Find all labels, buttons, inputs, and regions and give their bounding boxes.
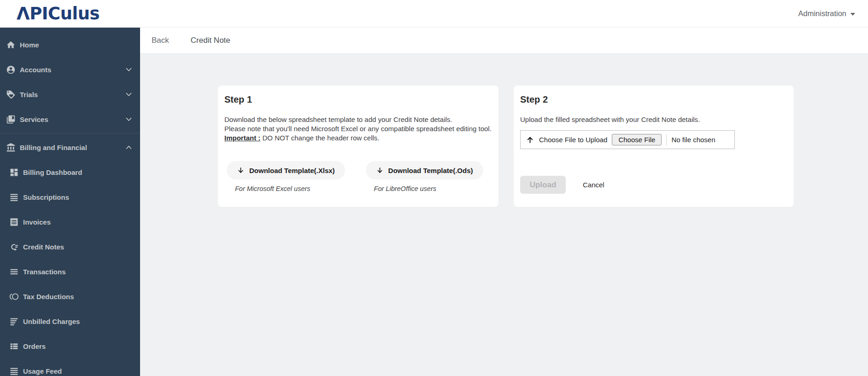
administration-menu[interactable]: Administration <box>798 9 858 18</box>
chevron-down-icon <box>125 91 133 98</box>
sidebar-item-label: Invoices <box>23 218 51 226</box>
important-text: DO NOT change the header row cells. <box>260 134 379 142</box>
sidebar-item-billing-dashboard[interactable]: Billing Dashboard <box>0 160 140 185</box>
chevron-down-icon <box>125 116 133 123</box>
sidebar-item-label: Subscriptions <box>23 193 69 201</box>
step1-line1: Download the below spreadsheet template … <box>224 115 492 124</box>
transactions-icon <box>9 267 19 277</box>
chevron-down-icon <box>125 66 133 74</box>
tax-deductions-icon <box>9 292 19 301</box>
step1-instructions: Download the below spreadsheet template … <box>224 115 492 143</box>
ods-caption: For LibreOffice users <box>366 185 483 192</box>
bank-icon <box>6 143 16 152</box>
page-title: Credit Note <box>191 36 230 45</box>
sidebar-item-label: Usage Feed <box>23 367 62 375</box>
download-arrow-icon <box>376 167 384 174</box>
download-buttons-row: Download Template(.Xlsx) For Microsoft E… <box>224 161 492 192</box>
accounts-icon <box>6 65 16 75</box>
choose-file-button[interactable]: Choose File <box>612 134 662 145</box>
step2-actions: Upload Cancel <box>520 176 787 194</box>
upload-button[interactable]: Upload <box>520 176 566 194</box>
step1-card: Step 1 Download the below spreadsheet te… <box>218 86 499 207</box>
dashboard-icon <box>9 168 19 177</box>
step1-important-line: Important : DO NOT change the header row… <box>224 133 492 143</box>
sidebar-item-label: Billing and Financial <box>20 144 87 151</box>
administration-menu-label: Administration <box>798 9 846 18</box>
sidebar-item-credit-notes[interactable]: Credit Notes <box>0 234 140 259</box>
upload-arrow-icon <box>526 135 534 144</box>
step1-line2: Please note that you'll need Microsoft E… <box>224 124 492 133</box>
file-upload-box[interactable]: Choose File to Upload Choose File No fil… <box>520 130 735 149</box>
xlsx-download-group: Download Template(.Xlsx) For Microsoft E… <box>227 161 345 192</box>
ods-download-group: Download Template(.Ods) For LibreOffice … <box>366 161 483 192</box>
sidebar-item-billing-financial[interactable]: Billing and Financial <box>0 135 140 160</box>
step2-title: Step 2 <box>520 94 787 105</box>
services-icon <box>6 115 16 124</box>
important-label: Important : <box>224 134 260 142</box>
subscriptions-icon <box>9 192 19 202</box>
orders-table-icon <box>9 341 19 351</box>
cancel-button[interactable]: Cancel <box>580 180 607 189</box>
sidebar-item-label: Accounts <box>20 66 51 74</box>
sidebar-item-invoices[interactable]: Invoices <box>0 209 140 234</box>
sidebar-item-trials[interactable]: Trials <box>0 82 140 107</box>
step2-instructions: Upload the filled spreadsheet with your … <box>520 115 787 124</box>
credit-note-icon <box>9 242 19 252</box>
sidebar-item-label: Services <box>20 116 48 123</box>
sidebar-item-services[interactable]: Services <box>0 107 140 132</box>
chevron-up-icon <box>125 144 133 151</box>
unbilled-charges-icon <box>9 317 19 326</box>
sidebar-item-orders[interactable]: Orders <box>0 334 140 359</box>
main-area: Back Credit Note Step 1 Download the bel… <box>140 28 868 376</box>
upload-label: Choose File to Upload <box>539 136 607 144</box>
download-template-xlsx-label: Download Template(.Xlsx) <box>249 167 335 174</box>
xlsx-caption: For Microsoft Excel users <box>227 185 345 192</box>
top-bar: ΛPICulus Administration <box>0 0 868 28</box>
sidebar-item-usage-feed[interactable]: Usage Feed <box>0 359 140 376</box>
page-header: Back Credit Note <box>140 28 868 54</box>
file-status-text: No file chosen <box>671 136 715 144</box>
sidebar-item-subscriptions[interactable]: Subscriptions <box>0 185 140 209</box>
sidebar-item-tax-deductions[interactable]: Tax Deductions <box>0 284 140 309</box>
step2-line1: Upload the filled spreadsheet with your … <box>520 115 787 124</box>
content-area: Step 1 Download the below spreadsheet te… <box>140 54 868 207</box>
sidebar-item-label: Unbilled Charges <box>23 318 80 325</box>
file-separator <box>666 134 667 145</box>
sidebar-item-accounts[interactable]: Accounts <box>0 57 140 82</box>
sidebar-nav: HomeAccountsTrialsServicesBilling and Fi… <box>0 28 140 376</box>
sidebar-item-home[interactable]: Home <box>0 32 140 57</box>
sidebar-item-label: Tax Deductions <box>23 293 74 301</box>
sidebar-divider <box>0 133 140 133</box>
receipt-icon <box>9 217 19 227</box>
trials-tag-icon <box>6 90 16 99</box>
sidebar-item-label: Trials <box>20 91 38 98</box>
download-template-ods-label: Download Template(.Ods) <box>388 167 473 174</box>
sidebar-item-label: Orders <box>23 342 46 350</box>
sidebar-item-transactions[interactable]: Transactions <box>0 259 140 284</box>
download-template-ods-button[interactable]: Download Template(.Ods) <box>366 161 483 179</box>
download-template-xlsx-button[interactable]: Download Template(.Xlsx) <box>227 161 345 179</box>
apiculus-logo: ΛPICulus <box>17 5 100 22</box>
sidebar-item-label: Transactions <box>23 268 66 276</box>
usage-feed-icon <box>9 366 19 376</box>
sidebar-item-label: Home <box>20 41 39 49</box>
sidebar-item-label: Credit Notes <box>23 243 64 251</box>
caret-down-icon <box>850 13 855 16</box>
home-icon <box>6 40 16 50</box>
sidebar-item-unbilled-charges[interactable]: Unbilled Charges <box>0 309 140 334</box>
download-arrow-icon <box>237 167 245 174</box>
back-link[interactable]: Back <box>152 36 169 45</box>
step2-card: Step 2 Upload the filled spreadsheet wit… <box>514 86 794 207</box>
step1-title: Step 1 <box>224 94 492 105</box>
sidebar-item-label: Billing Dashboard <box>23 168 82 176</box>
